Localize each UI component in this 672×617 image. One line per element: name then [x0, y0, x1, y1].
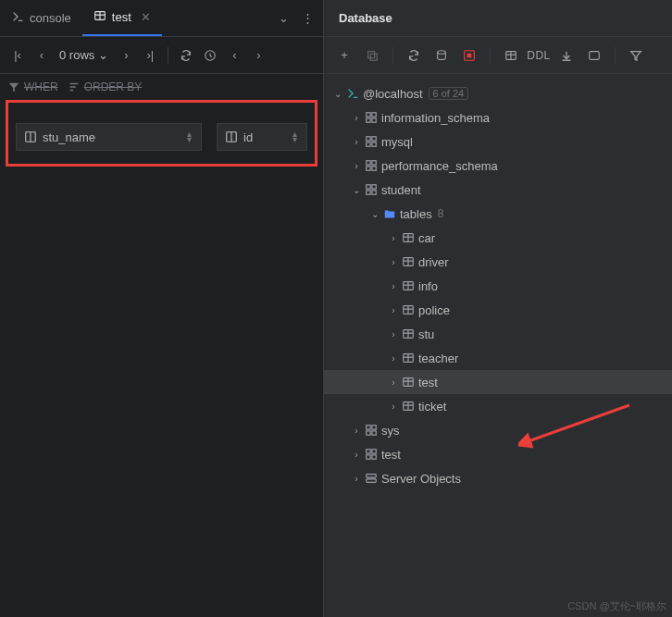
view-icon[interactable]: [583, 45, 605, 66]
svg-rect-14: [372, 118, 376, 122]
row-count[interactable]: 0 rows ⌄: [56, 48, 112, 62]
tree-item-stu[interactable]: ›stu: [324, 322, 672, 346]
server-icon: [363, 472, 380, 485]
table-icon: [400, 352, 417, 364]
chevron-right-icon: ›: [387, 353, 400, 364]
filter-row: WHER ORDER BY: [0, 74, 323, 100]
tree-item-police[interactable]: ›police: [324, 298, 672, 322]
tree-item-sys[interactable]: › sys: [324, 418, 672, 442]
svg-rect-26: [372, 191, 376, 194]
watermark: CSDN @艾伦~耶格尔: [567, 599, 666, 613]
tree-item-test[interactable]: ›test: [324, 370, 672, 394]
tree-item-information-schema[interactable]: › information_schema: [324, 105, 672, 130]
chevron-down-icon: ⌄: [98, 48, 108, 62]
auto-refresh-icon[interactable]: [200, 45, 220, 66]
table-icon: [400, 279, 417, 292]
svg-rect-25: [367, 191, 370, 194]
column-headers-highlight: stu_name ▴▾ id ▴▾: [6, 100, 317, 167]
datasource-refresh-icon[interactable]: [430, 45, 453, 66]
schema-icon: [363, 183, 380, 196]
chevron-right-icon: ›: [387, 377, 400, 388]
chevron-right-icon: ›: [350, 426, 363, 436]
svg-rect-37: [367, 431, 370, 435]
chevron-down-icon: ⌄: [368, 209, 381, 219]
tree-item-car[interactable]: ›car: [324, 226, 672, 250]
svg-rect-19: [367, 161, 370, 165]
more-icon[interactable]: ⋮: [302, 11, 314, 25]
chevron-right-icon: ›: [387, 281, 400, 291]
column-header-id[interactable]: id ▴▾: [217, 123, 307, 151]
duplicate-icon[interactable]: [361, 45, 383, 66]
tree-item-student[interactable]: ⌄ student: [324, 178, 672, 202]
tree-item-mysql[interactable]: › mysql: [324, 130, 672, 154]
svg-rect-10: [590, 51, 600, 59]
chevron-right-icon: ›: [387, 257, 400, 267]
svg-rect-40: [372, 450, 376, 453]
tree-item-teacher[interactable]: ›teacher: [324, 346, 672, 370]
filter-icon[interactable]: [625, 45, 647, 66]
svg-rect-21: [367, 167, 370, 170]
svg-rect-11: [367, 113, 370, 117]
svg-rect-38: [372, 431, 376, 435]
tab-console[interactable]: console: [0, 0, 82, 36]
stop-icon[interactable]: [458, 45, 480, 66]
chevron-right-icon: ›: [350, 474, 363, 484]
schema-icon: [363, 448, 380, 461]
svg-rect-16: [372, 137, 376, 141]
svg-point-6: [438, 50, 446, 54]
tree-item-info[interactable]: ›info: [324, 274, 672, 298]
jump-to-icon[interactable]: [555, 45, 578, 66]
editor-tabs: console test ✕ ⌄ ⋮: [0, 0, 323, 37]
table-icon: [400, 400, 417, 413]
table-view-icon[interactable]: [500, 45, 522, 66]
nav-back-icon[interactable]: ‹: [224, 45, 244, 66]
datasource-icon: [344, 87, 361, 100]
tree-item-performance-schema[interactable]: › performance_schema: [324, 154, 672, 178]
sort-icon: ▴▾: [187, 131, 192, 142]
chevron-right-icon: ›: [350, 450, 363, 460]
svg-rect-36: [372, 426, 376, 429]
tab-test[interactable]: test ✕: [82, 0, 162, 36]
svg-rect-8: [467, 54, 471, 57]
refresh-icon[interactable]: [176, 45, 196, 66]
chevron-right-icon: ›: [387, 401, 400, 412]
last-page-button[interactable]: ›|: [140, 45, 160, 66]
svg-rect-44: [367, 479, 377, 483]
next-page-button[interactable]: ›: [116, 45, 136, 66]
tree-item-test-db[interactable]: › test: [324, 442, 672, 466]
chevron-right-icon: ›: [350, 137, 363, 147]
svg-rect-12: [372, 113, 376, 117]
chevron-right-icon: ›: [350, 161, 363, 171]
close-icon[interactable]: ✕: [141, 10, 151, 24]
column-header-stu-name[interactable]: stu_name ▴▾: [16, 123, 202, 151]
nav-forward-icon[interactable]: ›: [248, 45, 268, 66]
chevron-right-icon: ›: [387, 305, 400, 315]
chevron-right-icon: ›: [350, 113, 363, 123]
chevron-down-icon[interactable]: ⌄: [279, 11, 289, 25]
database-toolbar: + DDL: [324, 37, 672, 74]
tree-item-ticket[interactable]: ›ticket: [324, 394, 672, 418]
tab-console-label: console: [30, 11, 71, 25]
tree-item-server-objects[interactable]: › Server Objects: [324, 466, 672, 490]
prev-page-button[interactable]: ‹: [31, 45, 52, 66]
schema-icon: [363, 111, 380, 124]
tab-test-label: test: [112, 10, 131, 24]
svg-rect-20: [372, 161, 376, 165]
ddl-button[interactable]: DDL: [528, 45, 550, 66]
refresh-icon[interactable]: [403, 45, 425, 66]
tree-item-driver[interactable]: ›driver: [324, 250, 672, 274]
orderby-filter[interactable]: ORDER BY: [68, 80, 143, 93]
where-filter[interactable]: WHER: [7, 80, 58, 93]
tree-item-tables[interactable]: ⌄ tables 8: [324, 202, 672, 226]
add-icon[interactable]: +: [333, 45, 355, 66]
database-panel-title: Database: [324, 0, 672, 37]
svg-rect-15: [367, 137, 370, 141]
table-icon: [400, 327, 417, 340]
tree-root[interactable]: ⌄ @localhost 6 of 24: [324, 81, 672, 105]
svg-rect-41: [367, 455, 370, 459]
chevron-down-icon: ⌄: [350, 185, 363, 195]
first-page-button[interactable]: |‹: [7, 45, 28, 66]
svg-rect-5: [370, 54, 377, 60]
sort-icon: ▴▾: [292, 131, 297, 142]
table-icon: [400, 231, 417, 244]
